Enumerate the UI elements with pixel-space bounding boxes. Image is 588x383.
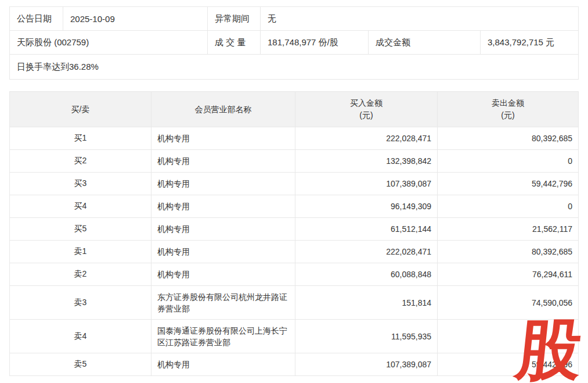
broker-trade-table: 买/卖 会员营业部名称 买入金额 (元) 卖出金额 (元) 买1 机构专用 22… [9,91,579,376]
sell-amount-cell: 0 [438,195,579,218]
buy-amount-cell: 107,389,087 [295,173,438,195]
branch-cell: 机构专用 [151,218,295,241]
table-row: 买1 机构专用 222,028,471 80,392,685 [10,127,579,150]
buy-amount-cell: 222,028,471 [295,127,438,150]
table-row: 买2 机构专用 132,398,842 0 [10,150,579,173]
header-branch: 会员营业部名称 [151,92,295,127]
side-cell: 卖5 [10,353,151,376]
buy-amount-cell: 61,512,144 [295,218,438,241]
buy-amount-cell: 11,595,935 [295,320,438,353]
table-row: 买4 机构专用 96,149,309 0 [10,195,579,218]
turnover-rate-note: 日换手率达到36.28% [10,55,579,80]
side-cell: 买5 [10,218,151,241]
header-buy-line1: 买入金额 [300,97,432,109]
table-row: 卖2 机构专用 60,088,848 76,294,611 [10,263,579,286]
sell-amount-cell: 80,392,685 [438,241,579,263]
stock-disclosure-page: 公告日期 2025-10-09 异常期间 无 天际股份 (002759) 成 交… [0,0,588,383]
branch-cell: 机构专用 [151,353,295,376]
announce-date-value: 2025-10-09 [63,7,208,31]
branch-cell: 机构专用 [151,241,295,263]
sell-amount-cell: 59,442,796 [438,173,579,195]
side-cell: 买3 [10,173,151,195]
side-cell: 买2 [10,150,151,173]
table-row: 买5 机构专用 61,512,144 21,562,117 [10,218,579,241]
sell-amount-cell: 80,392,685 [438,127,579,150]
branch-cell: 机构专用 [151,127,295,150]
sell-amount-cell: 0 [438,150,579,173]
sell-amount-cell: 21,562,117 [438,218,579,241]
side-cell: 卖2 [10,263,151,286]
table-row: 卖1 机构专用 222,028,471 80,392,685 [10,241,579,263]
side-cell: 卖1 [10,241,151,263]
table-row: 卖4 国泰海通证券股份有限公司上海长宁区江苏路证券营业部 11,595,935 [10,320,579,353]
buy-amount-cell: 151,814 [295,286,438,320]
table-row: 卖3 东方证券股份有限公司杭州龙井路证券营业部 151,814 74,590,0… [10,286,579,320]
buy-amount-cell: 222,028,471 [295,241,438,263]
side-cell: 买4 [10,195,151,218]
branch-cell: 机构专用 [151,173,295,195]
buy-amount-cell: 107,389,087 [295,353,438,376]
info-row-stock: 天际股份 (002759) 成 交 量 181,748,977 份/股 成交金额… [10,31,579,55]
side-cell: 买1 [10,127,151,150]
sell-amount-cell: 59,442,796 [438,353,579,376]
stock-info-table: 公告日期 2025-10-09 异常期间 无 天际股份 (002759) 成 交… [9,6,579,80]
info-row-date: 公告日期 2025-10-09 异常期间 无 [10,7,579,31]
header-buy-amount: 买入金额 (元) [295,92,438,127]
buy-amount-cell: 60,088,848 [295,263,438,286]
header-buy-unit: (元) [300,109,432,121]
branch-cell: 东方证券股份有限公司杭州龙井路证券营业部 [151,286,295,320]
buy-amount-cell: 132,398,842 [295,150,438,173]
branch-cell: 机构专用 [151,263,295,286]
header-sell-amount: 卖出金额 (元) [438,92,579,127]
sell-amount-cell: 74,590,056 [438,286,579,320]
turnover-value: 3,843,792,715 元 [481,31,579,55]
abnormal-period-value: 无 [261,7,579,31]
info-row-note: 日换手率达到36.28% [10,55,579,80]
abnormal-period-label: 异常期间 [208,7,261,31]
sell-amount-cell: 76,294,611 [438,263,579,286]
stock-name: 天际股份 (002759) [10,31,208,55]
branch-cell: 机构专用 [151,150,295,173]
sell-amount-cell [438,320,579,353]
header-sell-unit: (元) [442,109,573,121]
header-sell-line1: 卖出金额 [442,97,573,109]
table-header-row: 买/卖 会员营业部名称 买入金额 (元) 卖出金额 (元) [10,92,579,127]
side-cell: 卖3 [10,286,151,320]
table-row: 卖5 机构专用 107,389,087 59,442,796 [10,353,579,376]
volume-label: 成 交 量 [208,31,261,55]
header-side: 买/卖 [10,92,151,127]
buy-amount-cell: 96,149,309 [295,195,438,218]
turnover-label: 成交金额 [369,31,481,55]
announce-date-label: 公告日期 [10,7,63,31]
branch-cell: 机构专用 [151,195,295,218]
volume-value: 181,748,977 份/股 [261,31,369,55]
table-row: 买3 机构专用 107,389,087 59,442,796 [10,173,579,195]
branch-cell: 国泰海通证券股份有限公司上海长宁区江苏路证券营业部 [151,320,295,353]
side-cell: 卖4 [10,320,151,353]
